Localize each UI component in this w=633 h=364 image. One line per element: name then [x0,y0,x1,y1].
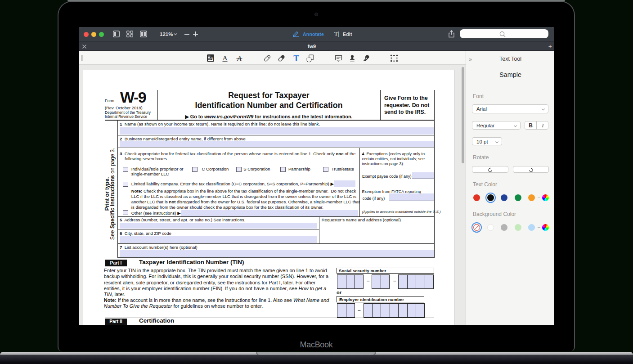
svg-text:A: A [209,55,214,62]
svg-text:T: T [293,54,299,62]
svg-text:A: A [222,54,228,62]
